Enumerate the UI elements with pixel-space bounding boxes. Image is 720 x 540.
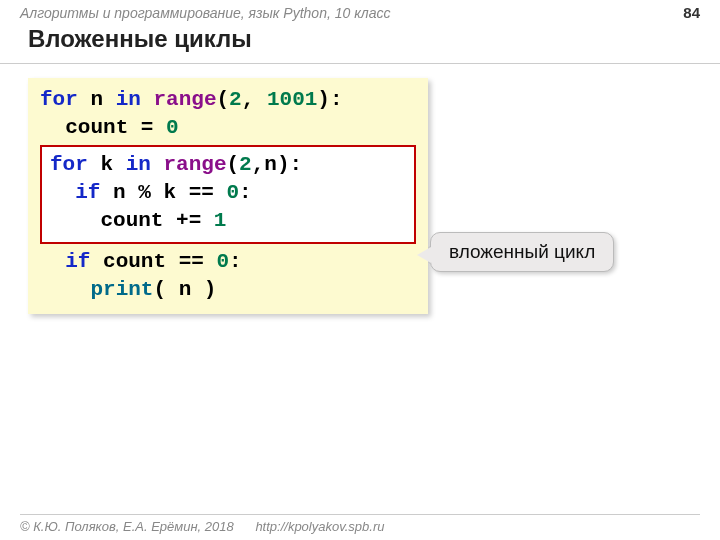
code-line-5: count += 1 [50,207,406,235]
footer: © К.Ю. Поляков, Е.А. Ерёмин, 2018 http:/… [20,514,720,534]
code-line-2: count = 0 [40,114,416,142]
code-line-1: for n in range(2, 1001): [40,86,416,114]
code-line-7: print( n ) [40,276,416,304]
inner-loop-box: for k in range(2,n): if n % k == 0: coun… [40,145,416,244]
code-line-3: for k in range(2,n): [50,151,406,179]
code-line-4: if n % k == 0: [50,179,406,207]
title-divider [0,63,720,64]
code-line-6: if count == 0: [40,248,416,276]
code-block: for n in range(2, 1001): count = 0 for k… [28,78,428,314]
footer-divider [20,514,700,515]
page-title: Вложенные циклы [0,21,720,63]
callout-nested-loop: вложенный цикл [430,232,614,272]
footer-text: © К.Ю. Поляков, Е.А. Ерёмин, 2018 http:/… [20,519,720,534]
header: Алгоритмы и программирование, язык Pytho… [0,0,720,21]
page-number: 84 [683,4,700,21]
copyright: © К.Ю. Поляков, Е.А. Ерёмин, 2018 [20,519,234,534]
footer-url: http://kpolyakov.spb.ru [255,519,384,534]
callout-text: вложенный цикл [449,241,595,262]
course-label: Алгоритмы и программирование, язык Pytho… [20,5,390,21]
